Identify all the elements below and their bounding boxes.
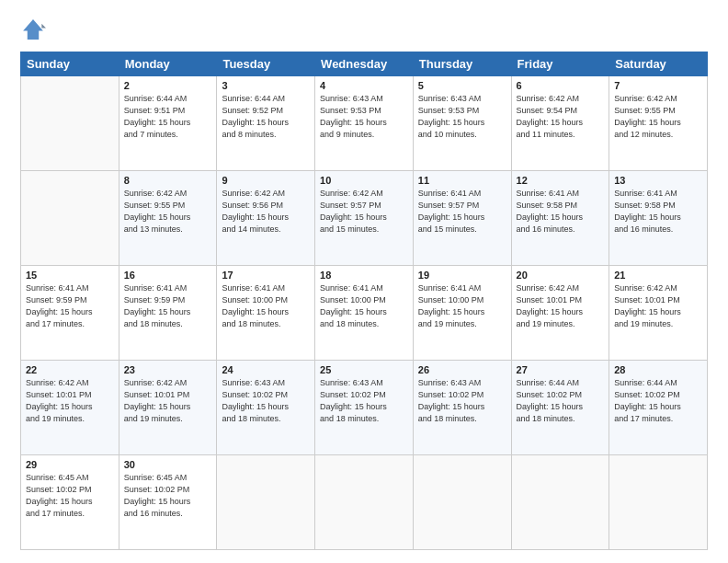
day-info: Sunrise: 6:43 AM Sunset: 9:53 PM Dayligh… bbox=[418, 93, 506, 141]
day-number: 15 bbox=[26, 270, 114, 281]
calendar-cell: 12 Sunrise: 6:41 AM Sunset: 9:58 PM Dayl… bbox=[511, 171, 609, 266]
day-number: 20 bbox=[517, 270, 605, 281]
day-info: Sunrise: 6:41 AM Sunset: 10:00 PM Daylig… bbox=[222, 282, 310, 330]
calendar-cell: 23 Sunrise: 6:42 AM Sunset: 10:01 PM Day… bbox=[119, 361, 217, 455]
calendar-cell: 16 Sunrise: 6:41 AM Sunset: 9:59 PM Dayl… bbox=[119, 266, 217, 361]
day-number: 24 bbox=[222, 364, 310, 375]
calendar-week-row: 22 Sunrise: 6:42 AM Sunset: 10:01 PM Day… bbox=[21, 361, 708, 455]
calendar-header-thursday: Thursday bbox=[413, 52, 511, 76]
day-info: Sunrise: 6:43 AM Sunset: 10:02 PM Daylig… bbox=[320, 377, 408, 425]
page: SundayMondayTuesdayWednesdayThursdayFrid… bbox=[0, 0, 728, 563]
calendar-cell bbox=[21, 171, 119, 266]
calendar-cell: 13 Sunrise: 6:41 AM Sunset: 9:58 PM Dayl… bbox=[609, 171, 708, 266]
day-number: 27 bbox=[517, 364, 605, 375]
calendar-cell: 9 Sunrise: 6:42 AM Sunset: 9:56 PM Dayli… bbox=[217, 171, 315, 266]
calendar-week-row: 8 Sunrise: 6:42 AM Sunset: 9:55 PM Dayli… bbox=[21, 171, 708, 266]
day-number: 11 bbox=[418, 175, 506, 186]
calendar-cell: 27 Sunrise: 6:44 AM Sunset: 10:02 PM Day… bbox=[511, 361, 609, 455]
calendar-header-friday: Friday bbox=[511, 52, 609, 76]
day-number: 21 bbox=[614, 270, 702, 281]
calendar-cell bbox=[21, 76, 119, 171]
day-number: 5 bbox=[418, 80, 506, 91]
calendar-header-saturday: Saturday bbox=[609, 52, 708, 76]
calendar-table: SundayMondayTuesdayWednesdayThursdayFrid… bbox=[20, 52, 708, 550]
day-number: 10 bbox=[320, 175, 408, 186]
day-number: 28 bbox=[614, 364, 702, 375]
calendar-cell: 20 Sunrise: 6:42 AM Sunset: 10:01 PM Day… bbox=[511, 266, 609, 361]
calendar-cell: 7 Sunrise: 6:42 AM Sunset: 9:55 PM Dayli… bbox=[609, 76, 708, 171]
day-info: Sunrise: 6:42 AM Sunset: 9:57 PM Dayligh… bbox=[320, 188, 408, 236]
day-info: Sunrise: 6:44 AM Sunset: 10:02 PM Daylig… bbox=[614, 377, 702, 425]
svg-marker-1 bbox=[23, 19, 43, 40]
calendar-cell bbox=[315, 455, 414, 550]
calendar-week-row: 29 Sunrise: 6:45 AM Sunset: 10:02 PM Day… bbox=[21, 455, 708, 550]
day-info: Sunrise: 6:43 AM Sunset: 10:02 PM Daylig… bbox=[222, 377, 310, 425]
day-info: Sunrise: 6:42 AM Sunset: 10:01 PM Daylig… bbox=[26, 377, 114, 425]
day-number: 2 bbox=[124, 80, 212, 91]
calendar-week-row: 15 Sunrise: 6:41 AM Sunset: 9:59 PM Dayl… bbox=[21, 266, 708, 361]
logo-icon bbox=[20, 17, 46, 42]
calendar-week-row: 2 Sunrise: 6:44 AM Sunset: 9:51 PM Dayli… bbox=[21, 76, 708, 171]
day-number: 13 bbox=[614, 175, 702, 186]
day-number: 7 bbox=[614, 80, 702, 91]
calendar-cell: 11 Sunrise: 6:41 AM Sunset: 9:57 PM Dayl… bbox=[413, 171, 511, 266]
day-info: Sunrise: 6:43 AM Sunset: 9:53 PM Dayligh… bbox=[320, 93, 408, 141]
day-number: 26 bbox=[418, 364, 506, 375]
day-number: 6 bbox=[517, 80, 605, 91]
day-number: 16 bbox=[124, 270, 212, 281]
calendar-cell: 19 Sunrise: 6:41 AM Sunset: 10:00 PM Day… bbox=[413, 266, 511, 361]
calendar-header-wednesday: Wednesday bbox=[315, 52, 414, 76]
day-number: 3 bbox=[222, 80, 310, 91]
day-number: 29 bbox=[26, 459, 114, 470]
day-info: Sunrise: 6:41 AM Sunset: 9:59 PM Dayligh… bbox=[124, 282, 212, 330]
calendar-cell: 25 Sunrise: 6:43 AM Sunset: 10:02 PM Day… bbox=[315, 361, 414, 455]
day-number: 17 bbox=[222, 270, 310, 281]
calendar-cell: 18 Sunrise: 6:41 AM Sunset: 10:00 PM Day… bbox=[315, 266, 414, 361]
calendar-header-sunday: Sunday bbox=[21, 52, 119, 76]
day-info: Sunrise: 6:45 AM Sunset: 10:02 PM Daylig… bbox=[26, 472, 114, 520]
calendar-cell: 24 Sunrise: 6:43 AM Sunset: 10:02 PM Day… bbox=[217, 361, 315, 455]
calendar-cell: 2 Sunrise: 6:44 AM Sunset: 9:51 PM Dayli… bbox=[119, 76, 217, 171]
calendar-cell: 30 Sunrise: 6:45 AM Sunset: 10:02 PM Day… bbox=[119, 455, 217, 550]
calendar-cell: 4 Sunrise: 6:43 AM Sunset: 9:53 PM Dayli… bbox=[315, 76, 414, 171]
day-info: Sunrise: 6:42 AM Sunset: 9:56 PM Dayligh… bbox=[222, 188, 310, 236]
calendar-cell: 26 Sunrise: 6:43 AM Sunset: 10:02 PM Day… bbox=[413, 361, 511, 455]
day-number: 23 bbox=[124, 364, 212, 375]
calendar-cell: 8 Sunrise: 6:42 AM Sunset: 9:55 PM Dayli… bbox=[119, 171, 217, 266]
calendar-cell: 21 Sunrise: 6:42 AM Sunset: 10:01 PM Day… bbox=[609, 266, 708, 361]
calendar-cell bbox=[511, 455, 609, 550]
calendar-cell bbox=[217, 455, 315, 550]
day-info: Sunrise: 6:42 AM Sunset: 9:54 PM Dayligh… bbox=[517, 93, 605, 141]
day-number: 18 bbox=[320, 270, 408, 281]
header bbox=[20, 17, 708, 42]
day-info: Sunrise: 6:42 AM Sunset: 9:55 PM Dayligh… bbox=[614, 93, 702, 141]
calendar-cell: 5 Sunrise: 6:43 AM Sunset: 9:53 PM Dayli… bbox=[413, 76, 511, 171]
day-info: Sunrise: 6:41 AM Sunset: 9:57 PM Dayligh… bbox=[418, 188, 506, 236]
calendar-cell bbox=[413, 455, 511, 550]
day-number: 4 bbox=[320, 80, 408, 91]
calendar-cell: 29 Sunrise: 6:45 AM Sunset: 10:02 PM Day… bbox=[21, 455, 119, 550]
calendar-cell: 15 Sunrise: 6:41 AM Sunset: 9:59 PM Dayl… bbox=[21, 266, 119, 361]
day-info: Sunrise: 6:42 AM Sunset: 9:55 PM Dayligh… bbox=[124, 188, 212, 236]
day-info: Sunrise: 6:44 AM Sunset: 10:02 PM Daylig… bbox=[517, 377, 605, 425]
calendar-cell: 28 Sunrise: 6:44 AM Sunset: 10:02 PM Day… bbox=[609, 361, 708, 455]
day-number: 9 bbox=[222, 175, 310, 186]
day-number: 22 bbox=[26, 364, 114, 375]
logo bbox=[20, 17, 50, 42]
calendar-body: 2 Sunrise: 6:44 AM Sunset: 9:51 PM Dayli… bbox=[21, 76, 708, 550]
calendar-cell: 22 Sunrise: 6:42 AM Sunset: 10:01 PM Day… bbox=[21, 361, 119, 455]
day-info: Sunrise: 6:45 AM Sunset: 10:02 PM Daylig… bbox=[124, 472, 212, 520]
day-number: 25 bbox=[320, 364, 408, 375]
day-number: 8 bbox=[124, 175, 212, 186]
calendar-cell bbox=[609, 455, 708, 550]
day-info: Sunrise: 6:42 AM Sunset: 10:01 PM Daylig… bbox=[614, 282, 702, 330]
calendar-header-row: SundayMondayTuesdayWednesdayThursdayFrid… bbox=[21, 52, 708, 76]
calendar-cell: 3 Sunrise: 6:44 AM Sunset: 9:52 PM Dayli… bbox=[217, 76, 315, 171]
day-number: 19 bbox=[418, 270, 506, 281]
day-info: Sunrise: 6:44 AM Sunset: 9:51 PM Dayligh… bbox=[124, 93, 212, 141]
day-info: Sunrise: 6:41 AM Sunset: 10:00 PM Daylig… bbox=[418, 282, 506, 330]
calendar-cell: 6 Sunrise: 6:42 AM Sunset: 9:54 PM Dayli… bbox=[511, 76, 609, 171]
calendar-cell: 10 Sunrise: 6:42 AM Sunset: 9:57 PM Dayl… bbox=[315, 171, 414, 266]
day-info: Sunrise: 6:41 AM Sunset: 10:00 PM Daylig… bbox=[320, 282, 408, 330]
day-info: Sunrise: 6:44 AM Sunset: 9:52 PM Dayligh… bbox=[222, 93, 310, 141]
